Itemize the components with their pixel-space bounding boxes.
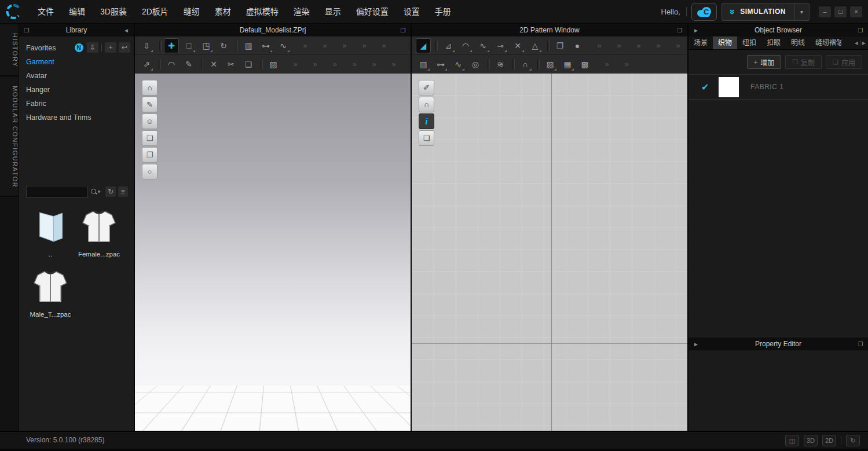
library-item[interactable]: Male_T...zpac <box>26 263 75 318</box>
menu-item[interactable]: 设置 <box>396 0 427 23</box>
3d-canvas[interactable]: ∩ ✎ ☺ ❏ ❐ <box>135 74 411 431</box>
overflow-chevron[interactable]: » <box>290 57 301 72</box>
refresh-button[interactable]: ↻ <box>105 186 115 197</box>
fold-arrangement-button[interactable]: ❏ <box>241 57 256 72</box>
thick-surface-toggle[interactable]: ❐ <box>142 147 158 163</box>
2d-view-button[interactable]: 2D <box>822 435 836 446</box>
fabric-row[interactable]: ✔ FABRIC 1 <box>688 74 868 100</box>
overflow-chevron[interactable]: » <box>614 38 624 53</box>
object-browser-tab[interactable]: 缝纫褶皱 <box>810 36 841 49</box>
edit-seamline-button[interactable]: ✕ <box>510 38 525 53</box>
overflow-chevron[interactable]: » <box>300 38 310 53</box>
segment-sewing-2d-button[interactable]: ⊶ <box>433 57 448 72</box>
show-avatar-toggle[interactable]: ☺ <box>142 113 158 129</box>
overflow-chevron[interactable]: » <box>621 57 632 72</box>
3d-view-button[interactable]: 3D <box>804 435 818 446</box>
object-browser-tab[interactable]: 纽扣 <box>737 36 761 49</box>
edit-pattern-button[interactable]: ⊿ <box>441 38 456 53</box>
overflow-chevron[interactable]: » <box>594 38 605 53</box>
polygon-pen-button[interactable]: △ <box>528 38 543 53</box>
overflow-chevron[interactable]: » <box>329 57 340 72</box>
pop-out-icon[interactable]: ❐ <box>22 27 31 34</box>
show-garment-fit-button[interactable]: ∩ <box>518 57 533 72</box>
object-browser-tab[interactable]: 场景 <box>688 36 713 49</box>
overflow-chevron[interactable]: » <box>369 57 379 72</box>
menu-item[interactable]: 3D服装 <box>93 0 134 23</box>
minimize-button[interactable]: – <box>819 6 831 17</box>
close-button[interactable]: × <box>850 6 862 17</box>
avatar-silhouette-toggle[interactable]: ○ <box>142 164 158 179</box>
overflow-chevron[interactable]: » <box>339 38 350 53</box>
pop-out-icon[interactable]: ❐ <box>856 341 865 347</box>
trace-pattern-button[interactable]: ❐ <box>552 38 567 53</box>
show-pins-2d-toggle[interactable]: ✐ <box>419 80 434 96</box>
menu-item[interactable]: 文件 <box>30 0 61 23</box>
show-pins-toggle[interactable]: ✎ <box>142 97 158 112</box>
textured-surface-toggle[interactable]: ❏ <box>142 130 158 146</box>
show-pattern-toggle[interactable]: ❏ <box>419 130 434 146</box>
maximize-button[interactable]: □ <box>834 6 847 17</box>
select-box-button[interactable]: □ <box>181 38 196 53</box>
free-sewing-2d-button[interactable]: ∿ <box>451 57 466 72</box>
show-garment-toggle[interactable]: ∩ <box>142 80 158 96</box>
overflow-chevron[interactable]: » <box>602 57 612 72</box>
menu-item[interactable]: 缝纫 <box>176 0 207 23</box>
search-options-caret-icon[interactable]: ▾ <box>98 189 101 195</box>
menu-item[interactable]: 渲染 <box>286 0 317 23</box>
sewing-machine-button[interactable]: ▥ <box>241 38 256 53</box>
library-category[interactable]: Fabric <box>26 97 91 111</box>
checkerboard-button[interactable]: ▩ <box>577 57 592 72</box>
menu-item[interactable]: 2D板片 <box>134 0 176 23</box>
tab-scroll-left-icon[interactable]: ◀ <box>855 41 858 46</box>
fabric-roll-2d-button[interactable]: ▨ <box>543 57 558 72</box>
fabric-action-button[interactable]: ❏ 应用 <box>826 55 862 69</box>
menu-item[interactable]: 手册 <box>427 0 459 23</box>
collapse-arrow-icon[interactable]: ► <box>691 341 701 347</box>
menu-item[interactable]: 素材 <box>207 0 239 23</box>
detect-sewing-button[interactable]: ◎ <box>468 57 483 72</box>
library-category[interactable]: Avatar <box>26 69 91 83</box>
overflow-chevron[interactable]: » <box>349 57 360 72</box>
menu-item[interactable]: 显示 <box>317 0 349 23</box>
fabric-roll-button[interactable]: ▨ <box>266 57 281 72</box>
overflow-chevron[interactable]: » <box>653 38 664 53</box>
transform-pattern-button[interactable]: ◳ <box>199 38 214 53</box>
simulation-button[interactable]: » SIMULATION ▾ <box>721 3 810 21</box>
tab-scroll-right-icon[interactable]: ▶ <box>862 41 866 46</box>
overflow-chevron[interactable]: » <box>379 38 389 53</box>
2d-pattern-canvas[interactable]: ✐ ∩ i ❏ <box>412 74 687 431</box>
pattern-color-button[interactable]: ▦ <box>560 57 575 72</box>
overflow-chevron[interactable]: » <box>389 57 399 72</box>
pin-pen-button[interactable]: ✎ <box>181 57 196 72</box>
pattern-shape-button[interactable]: ● <box>570 38 585 53</box>
simulation-dropdown-caret[interactable]: ▾ <box>794 3 809 21</box>
split-view-button[interactable]: ◫ <box>785 435 799 446</box>
edit-curvature-button[interactable]: ◠ <box>458 38 473 53</box>
reset-arrangement-button[interactable]: ⇩ <box>139 38 154 53</box>
sewing-machine-2d-button[interactable]: ▥ <box>416 57 431 72</box>
collapse-arrow-icon[interactable]: ► <box>691 27 701 34</box>
transform-pattern-2d-button[interactable]: ◢ <box>416 38 431 53</box>
fabric-action-button[interactable]: + 增加 <box>747 55 781 69</box>
object-browser-tab[interactable]: 扣眼 <box>761 36 786 49</box>
overflow-chevron[interactable]: » <box>633 38 644 53</box>
overflow-chevron[interactable]: » <box>359 38 369 53</box>
library-item[interactable]: .. <box>26 203 75 258</box>
pin-segment-button[interactable]: ◠ <box>164 57 179 72</box>
whats-new-button[interactable]: N <box>73 42 85 53</box>
object-browser-tab[interactable]: 织物 <box>713 36 737 49</box>
search-input[interactable] <box>26 186 87 198</box>
library-back-button[interactable]: ↩ <box>119 42 130 53</box>
attach-pins-button[interactable]: ✕ <box>206 57 221 72</box>
tack-on-avatar-button[interactable]: ✂ <box>224 57 239 72</box>
fabric-action-button[interactable]: ❐ 复制 <box>785 55 822 69</box>
overflow-chevron[interactable]: » <box>673 38 683 53</box>
dock-tab[interactable]: HISTORY <box>0 25 19 76</box>
menu-item[interactable]: 虚拟模特 <box>239 0 286 23</box>
object-browser-tab[interactable]: 明线 <box>786 36 810 49</box>
free-sewing-button[interactable]: ∿ <box>276 38 291 53</box>
show-info-toggle[interactable]: i <box>419 113 434 129</box>
overflow-chevron[interactable]: » <box>320 38 330 53</box>
pop-out-icon[interactable]: ❐ <box>856 27 865 34</box>
download-library-button[interactable]: ⇩ <box>87 42 98 53</box>
